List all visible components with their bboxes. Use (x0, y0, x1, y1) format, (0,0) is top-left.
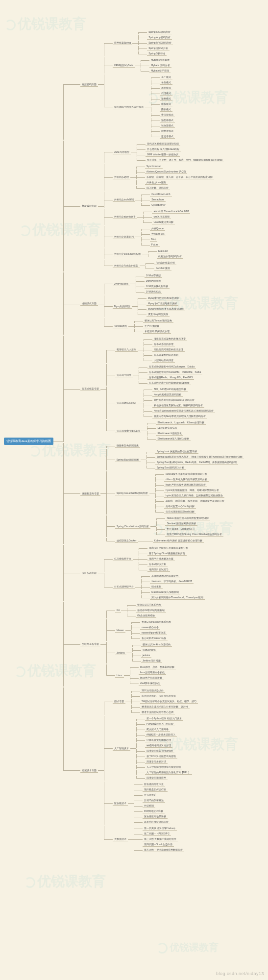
mindmap-node: fegin 声明式服务调用详解及源码分析 (164, 483, 226, 487)
mindmap-node: Maven整体认知maven的体系结构maven核心命令maven的pom配置体… (115, 619, 176, 641)
mindmap-node: 第三大数-大数据中流砥柱组件 (143, 837, 184, 841)
node-label: 指令重排、可见性、原子性、顺序一致性、happens-before as-if-… (146, 158, 224, 162)
node-label: 并发包之阻塞队列 (113, 235, 135, 239)
mindmap-node: 爬虫技术入门篇网络 (145, 727, 192, 732)
mindmap-node: 学习源码中的优秀设计模式工厂模式单例模式原型模式代理模式策略模式模板模式委派模式… (113, 74, 175, 139)
node-label: Javassist、字节码插桩、JavaAGENT (150, 579, 194, 584)
node-label: 工厂模式 (160, 75, 172, 79)
node-label: 面试专题 (113, 699, 125, 704)
mindmap-node: 模板模式 (160, 102, 175, 106)
node-label: 程序设计六大原则 (115, 347, 138, 352)
mindmap-node: 建造者模式 (160, 134, 175, 139)
mindmap-node: AbstractQueuedSynchronizer (AQS) (145, 170, 214, 174)
node-label: 并发包之ForkJoin框架 (113, 264, 140, 268)
mindmap-node: 深度学习角色对话 (145, 760, 192, 764)
mindmap-node: 埋点采集 (150, 585, 205, 589)
mindmap-node: ELK搭建实战实战 (156, 426, 206, 430)
logo-icon (24, 877, 35, 888)
footer-watermark: blog.csdn.net/niday13 (216, 971, 264, 976)
mindmap-node: 并发包之executor线程池Executor线程池原理&源码剖析 (113, 248, 224, 259)
node-label: 互联网工程专题 (80, 642, 100, 646)
node-label: 分布式调用链平台 (113, 585, 135, 589)
mindmap-node: 慢查询sql调优实战 (146, 312, 185, 317)
mindmap-node: Spring IOC源码剖析 (147, 30, 173, 34)
node-label: 应用框架Spring (113, 41, 132, 45)
node-label: Elasticsearch、Logstash、Kibana原理详解 (156, 420, 206, 425)
node-label: 爬虫技术入门篇网络 (145, 727, 170, 732)
node-label: 高性能序列化协议protobuf及源码分析 (152, 398, 196, 402)
node-label: 并发Queue (150, 226, 165, 231)
node-label: 计算机视觉与图像处理 (145, 738, 172, 742)
node-label: 人工智能的常用框架介强化学习【DRL】 (145, 770, 192, 775)
mindmap-node: 粘包拆包现象及解决方案、编解码器源码分析 (152, 403, 216, 408)
node-label: jenkins (141, 653, 152, 658)
node-label: 精准专业的面试指导及心态调 (140, 710, 175, 714)
node-label: 什么是挖矿 (143, 793, 158, 797)
mindmap-node: 乐观锁、悲观锁、重入锁、公平锁、非公平锁及锁的粒度详解 (145, 175, 214, 179)
node-label: 电商平台技术解决方案 (147, 557, 175, 561)
mindmap-node: 精准专业的面试指导及心态调 (140, 710, 198, 714)
mindmap-node: 最流行RPC框架Spring Cloud Alibaba组合源码分析 (165, 532, 223, 537)
node-label: 360°治疗面试恐惧症 (140, 688, 165, 693)
node-label: 分布式系统的原理 (152, 342, 175, 346)
mindmap-node: 虚拟容器之DockerKubernetes 组件讲解 容器编排核心原理详解 (115, 538, 244, 543)
node-label: Tomcat调优 (113, 324, 128, 328)
mindmap-node: 基于KNN算法船员出海游戏 (145, 754, 192, 759)
mindmap-node: 单例模式 (160, 80, 175, 85)
node-label: JMM内存模型 (145, 279, 163, 283)
mindmap-node: 亿万级电商平台电商项目功能拆分及微服务架构分析基于Spring Cloud微服务… (113, 545, 205, 572)
mindmap-node: 委派模式 (160, 107, 175, 112)
node-label: 共识机制 (143, 804, 155, 808)
mindmap-node: 程序设计六大原则漫谈分布式架构的发展与演变分布式系统的原理高性能高可用架构设计原… (115, 336, 216, 363)
mindmap-node: BIO、NIO及AIO线程模型详解 (152, 387, 216, 392)
mindmap-node: Javassist、字节码插桩、JavaAGENT (150, 579, 205, 584)
mindmap-node: 深入讲解、源码分析 (145, 186, 214, 190)
mindmap-node: 并发包之tools限制 (145, 180, 214, 185)
mindmap-node: 微服务架构的演变史 (115, 443, 244, 448)
mindmap-node: Mybatis徒手实现 (149, 69, 171, 73)
mindmap-node: Elasticsearch深入理解入搜索 (156, 437, 206, 441)
mindmap-node: 并发包之阻塞队列并发Queue并发List SetMapFuture (113, 226, 224, 247)
node-label: hystrix实现服务限流、降级、熔断详解及源码分析 (164, 488, 220, 492)
mindmap-node: 分布式消息中间件RocketMq、RabbitMq、Kafka (147, 370, 203, 374)
node-label: 来聊聊调用链的基本使用 (150, 574, 180, 578)
node-label: Maven (115, 628, 125, 633)
mindmap-node: Spring Boot集成Mybatis、Redis高级、RabbitMQ、多数… (155, 460, 244, 465)
mindmap-node: Spring boot部署方式及热部署、Web开发模板引擎Thymeleaf及F… (155, 455, 244, 459)
node-label: 拿着源码 掌握调优原理 (143, 329, 171, 334)
node-label: 并发包之tools限制 (145, 180, 168, 185)
node-label: Git (115, 608, 121, 612)
mindmap-node: Elasticsearch性能优化 (156, 431, 206, 436)
node-label: 分布式配置中心Config详解 (164, 504, 196, 509)
node-label: 第一代离线 计算引擎Hadoop (143, 826, 177, 831)
node-label: linux原理、启动、整体架构讲解 (139, 665, 176, 669)
node-label: Synchronized (145, 164, 163, 169)
node-label: 第三大数-大数据中流砥柱组件 (143, 837, 178, 841)
node-label: Jenkins (115, 651, 126, 655)
mindmap-node: CyclicBarrier (150, 203, 171, 207)
node-label: linux用户与权限讲解 (139, 676, 164, 680)
node-label: 并发包之atomic原子 (113, 215, 138, 219)
mindmap-node: 原型模式 (160, 86, 175, 90)
mindmap-node: 电商项目面试指导 (147, 567, 190, 572)
mindmap-node: 分布式调用链平台来聊聊调用链的基本使用Javassist、字节码插桩、JavaA… (113, 573, 205, 600)
node-label: 生产环境配置 (143, 324, 161, 328)
mindmap-node: 整体认知maven的体系结构 (140, 620, 172, 624)
mindmap-node: Mysql锁机制与事务隔离级别详解 (146, 307, 185, 311)
mindmap-node: 性能调优专题Jvm性能调优JVM内存模型JMM内存模型JVM类加载机制详解JVM… (80, 272, 244, 335)
node-label: 并发编程专题 (80, 204, 98, 208)
mindmap-node: JVM调优实战 (145, 290, 170, 294)
mindmap-node: Netty之Websocket协议开发应用实战 心跳机制源码分析 (152, 409, 216, 413)
mindmap-node: 务公司私有maven私服 (140, 636, 172, 640)
node-label: 现代计算机模型基础理论知识 (146, 142, 180, 146)
mindmap-node: 神经网络训练算法原理 (145, 743, 192, 748)
node-label: hytrix实现自定义接口降级、监控数据及监控数据聚合 (164, 493, 224, 498)
mindmap-node: 漫谈分布式架构的发展与演变 (152, 337, 187, 341)
node-label: 责任链模式 (160, 113, 175, 117)
mindmap-node: 分布式配置中心Config详解 (164, 504, 226, 509)
watermark: 优锐课教育 (157, 941, 219, 954)
mindmap-node: 适配器模式 (160, 118, 175, 122)
node-label: JVM调优实战 (145, 290, 162, 294)
mindmap-node: 深度学习项目应用 (145, 776, 192, 780)
mindmap-node: 并发Queue (150, 226, 166, 231)
